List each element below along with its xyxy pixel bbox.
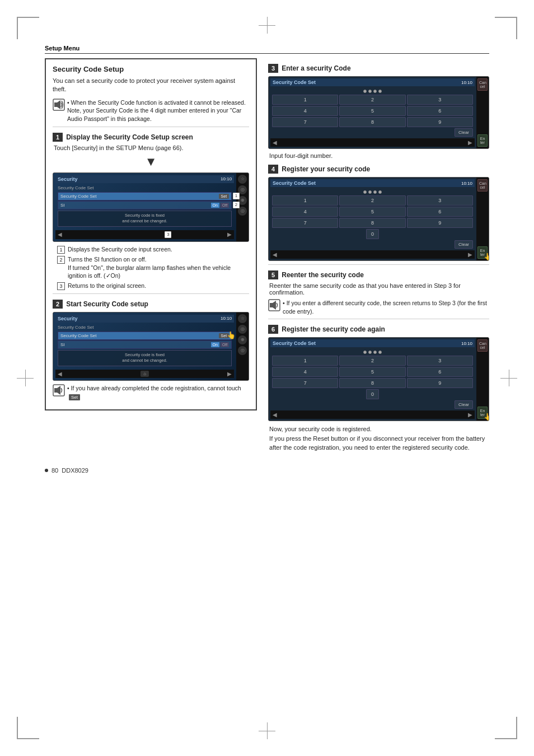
keypad-body-2: 1 2 3 4 5 6 7 8 9 0	[270, 187, 475, 250]
key-2[interactable]: 2	[339, 95, 405, 105]
cancel-btn-1[interactable]: Cancel	[477, 78, 488, 91]
zero-btn-2[interactable]: 0	[366, 229, 379, 239]
dot-3	[373, 90, 377, 93]
crosshair-right	[500, 370, 517, 386]
note-content-4: If you enter a different security code, …	[283, 300, 487, 315]
screen-item1-label: Security Code Set	[60, 194, 96, 199]
screen-time-1: 10:10	[221, 176, 232, 181]
keypad-time-3: 10:10	[461, 341, 472, 346]
step5-number: 5	[268, 270, 278, 279]
screen-inner-2: Security 10:10 Security Code Set Securit…	[53, 312, 249, 380]
key-3-9[interactable]: 9	[407, 378, 473, 388]
set-btn-wrapper: Set 👆	[219, 333, 229, 338]
key-3-7[interactable]: 7	[272, 378, 338, 388]
speaker-icon-2	[53, 384, 65, 396]
screen-bottom-1: ◀ 3 ▶	[55, 230, 234, 239]
dot-2b	[368, 190, 372, 194]
key-2-4[interactable]: 4	[272, 207, 338, 217]
page-label: DDX8029	[62, 467, 88, 474]
step4-title: Register your security code	[282, 165, 370, 173]
callout-text-1: Displays the Security code input screen.	[68, 245, 172, 254]
off-btn-2[interactable]: Off	[221, 342, 229, 347]
callout-item-1: 1 Displays the Security code input scree…	[57, 245, 249, 254]
key-7[interactable]: 7	[272, 117, 338, 127]
screen-main-1: Security 10:10 Security Code Set Securit…	[53, 173, 236, 241]
key-3-2[interactable]: 2	[339, 356, 405, 366]
dot-3c	[373, 351, 377, 354]
sidebar-icon-2a: ☆	[238, 314, 247, 323]
key-3-4[interactable]: 4	[272, 367, 338, 377]
crosshair-left	[17, 370, 34, 386]
on-btn-2[interactable]: On	[211, 342, 219, 347]
dot-3d	[378, 351, 382, 354]
dots-row-1	[272, 90, 473, 93]
key-3[interactable]: 3	[407, 95, 473, 105]
keypad-sidebar-3: Cancel Enter 👆	[476, 338, 489, 421]
screen-body-1: Security Code Set Security Code Set Set …	[55, 183, 234, 230]
clear-btn-2[interactable]: Clear	[455, 240, 473, 249]
key-3-3[interactable]: 3	[407, 356, 473, 366]
key-3-1[interactable]: 1	[272, 356, 338, 366]
keypad-screen-1: Security Code Set 10:10 1	[268, 76, 489, 149]
page-number: 80	[51, 467, 58, 474]
key-2-1[interactable]: 1	[272, 195, 338, 206]
callout-item-2: 2 Turns the SI function on or off.If tur…	[57, 255, 249, 280]
clear-btn-1[interactable]: Clear	[455, 128, 473, 137]
keypad-screen-3: Security Code Set 10:10 1	[268, 337, 489, 421]
key-2-6[interactable]: 6	[407, 207, 473, 217]
key-4[interactable]: 4	[272, 106, 338, 116]
clear-row-1: Clear	[272, 128, 473, 137]
key-5[interactable]: 5	[339, 106, 405, 116]
home-btn-2[interactable]: ⌂	[140, 371, 149, 377]
screen-item-2b: SI On Off	[58, 340, 232, 349]
speaker-icon-3	[268, 299, 280, 311]
enter-btn-2[interactable]: Enter 👆	[477, 246, 488, 259]
key-3-6[interactable]: 6	[407, 367, 473, 377]
step5-title: Reenter the security code	[282, 271, 364, 279]
off-btn[interactable]: Off	[221, 203, 229, 208]
screen-titlebar-1: Security 10:10	[55, 175, 234, 183]
cancel-btn-2[interactable]: Cancel	[477, 179, 488, 192]
icon-note-2: • If you have already completed the code…	[53, 384, 249, 400]
clear-btn-3[interactable]: Clear	[455, 400, 473, 409]
key-2-8[interactable]: 8	[339, 218, 405, 228]
key-3-8[interactable]: 8	[339, 378, 405, 388]
reg-mark-br	[495, 717, 517, 739]
key-6[interactable]: 6	[407, 106, 473, 116]
keypad-grid-3: 1 2 3 4 5 6 7 8 9	[272, 356, 473, 388]
security-setup-box: Security Code Setup You can set a securi…	[45, 58, 257, 410]
enter-btn-1[interactable]: Enter	[477, 134, 488, 147]
key-9[interactable]: 9	[407, 117, 473, 127]
keypad-body-1: 1 2 3 4 5 6 7 8 9 Clear	[270, 86, 475, 138]
key-2-3[interactable]: 3	[407, 195, 473, 206]
on-btn[interactable]: On	[211, 203, 219, 208]
step2-header: 2 Start Security Code setup	[53, 300, 249, 309]
screen-title-1: Security	[58, 176, 78, 182]
screen-body-2: Security Code Set Security Code Set Set …	[55, 323, 234, 370]
keypad-nav-right-3: ▶	[468, 412, 472, 418]
zero-btn-3[interactable]: 0	[366, 389, 379, 399]
dot-3a	[363, 351, 367, 354]
enter-btn-3[interactable]: Enter 👆	[477, 407, 488, 419]
arrow-down-1: ▼	[53, 155, 249, 169]
keypad-body-3: 1 2 3 4 5 6 7 8 9 0	[270, 347, 475, 410]
key-2-9[interactable]: 9	[407, 218, 473, 228]
key-2-2[interactable]: 2	[339, 195, 405, 206]
keypad-main-1: Security Code Set 10:10 1	[269, 77, 476, 148]
key-8[interactable]: 8	[339, 117, 405, 127]
screen-mockup-1: Security 10:10 Security Code Set Securit…	[53, 172, 249, 242]
cancel-btn-3[interactable]: Cancel	[477, 339, 488, 352]
svg-marker-2	[57, 100, 60, 109]
keypad-bottom-2: ◀ ▶	[270, 250, 475, 259]
key-2-5[interactable]: 5	[339, 207, 405, 217]
key-2-7[interactable]: 7	[272, 218, 338, 228]
screen-sidebar-2: ☆ ◎ ⊕ ◎	[236, 312, 249, 380]
reg-mark-tr	[495, 17, 517, 39]
key-1[interactable]: 1	[272, 95, 338, 105]
page-content: Setup Menu Security Code Setup You can s…	[45, 45, 489, 711]
step5-desc: Reenter the same security code as that y…	[268, 282, 489, 296]
callout-num-1: 1	[57, 246, 65, 254]
key-3-5[interactable]: 5	[339, 367, 405, 377]
set-button[interactable]: Set	[219, 194, 229, 199]
step1-desc: Touch [Security] in the SETUP Menu (page…	[53, 144, 249, 151]
